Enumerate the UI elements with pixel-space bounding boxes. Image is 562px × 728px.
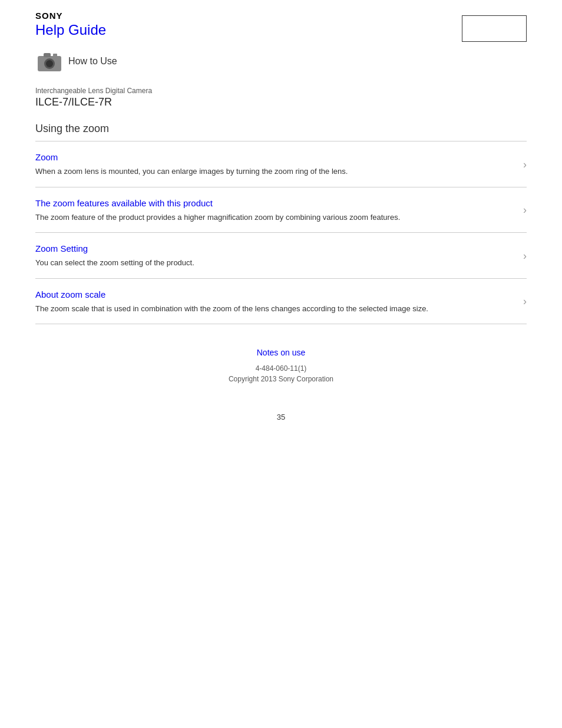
copyright-text: Copyright 2013 Sony Corporation <box>0 375 562 383</box>
page-header: SONY Help Guide <box>0 0 562 48</box>
topic-description: The zoom scale that is used in combinati… <box>35 304 428 313</box>
topic-content: The zoom features available with this pr… <box>35 198 514 223</box>
header-left: SONY Help Guide <box>35 11 106 38</box>
chevron-right-icon: › <box>523 295 527 308</box>
footer: Notes on use 4-484-060-11(1) Copyright 2… <box>0 348 562 389</box>
chevron-right-icon: › <box>523 159 527 171</box>
topic-description: The zoom feature of the product provides… <box>35 213 400 222</box>
chevron-right-icon: › <box>523 204 527 216</box>
svg-rect-3 <box>44 53 51 57</box>
topic-description: You can select the zoom setting of the p… <box>35 258 194 267</box>
help-guide-link[interactable]: Help Guide <box>35 22 106 38</box>
main-content: Interchangeable Lens Digital Camera ILCE… <box>0 87 562 324</box>
svg-point-2 <box>46 60 53 67</box>
topic-content: Zoom Setting You can select the zoom set… <box>35 243 514 269</box>
chevron-right-icon: › <box>523 250 527 262</box>
topic-content: Zoom When a zoom lens is mounted, you ca… <box>35 152 514 177</box>
topic-item[interactable]: The zoom features available with this pr… <box>35 187 527 233</box>
header-box <box>462 15 527 42</box>
section-heading: Using the zoom <box>35 123 527 135</box>
page-number: 35 <box>0 413 562 439</box>
notes-on-use-link[interactable]: Notes on use <box>0 348 562 357</box>
topic-title-link[interactable]: The zoom features available with this pr… <box>35 198 514 208</box>
topic-content: About zoom scale The zoom scale that is … <box>35 289 514 315</box>
product-category: Interchangeable Lens Digital Camera <box>35 87 527 95</box>
topic-item[interactable]: Zoom Setting You can select the zoom set… <box>35 233 527 279</box>
product-model: ILCE-7/ILCE-7R <box>35 96 527 108</box>
topic-description: When a zoom lens is mounted, you can enl… <box>35 167 348 176</box>
topic-item[interactable]: Zoom When a zoom lens is mounted, you ca… <box>35 141 527 187</box>
topic-title-link[interactable]: Zoom <box>35 152 514 162</box>
doc-number: 4-484-060-11(1) <box>0 364 562 373</box>
how-to-use-bar: How to Use <box>0 48 562 81</box>
svg-rect-4 <box>53 54 57 57</box>
camera-icon <box>35 50 64 73</box>
topic-title-link[interactable]: About zoom scale <box>35 289 514 299</box>
topic-item[interactable]: About zoom scale The zoom scale that is … <box>35 279 527 325</box>
how-to-use-label: How to Use <box>68 56 117 67</box>
sony-logo: SONY <box>35 11 106 21</box>
topic-title-link[interactable]: Zoom Setting <box>35 243 514 253</box>
